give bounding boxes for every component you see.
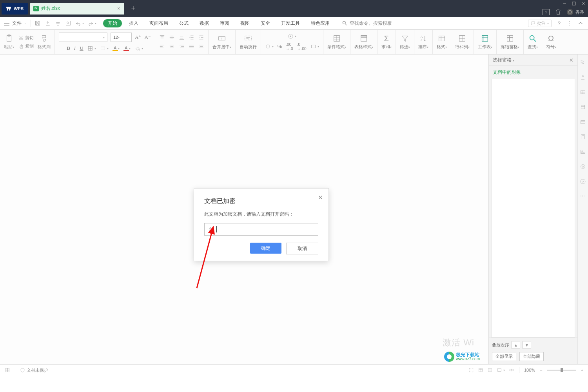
- font-color-icon[interactable]: A▾: [123, 45, 131, 51]
- notification-badge[interactable]: 1: [543, 9, 550, 15]
- fill-color-icon[interactable]: ▾: [134, 45, 143, 51]
- align-center-icon[interactable]: [169, 44, 175, 49]
- indent-decrease-icon[interactable]: [189, 34, 194, 40]
- object-list[interactable]: [491, 79, 575, 338]
- bold-icon[interactable]: B: [67, 45, 70, 51]
- zoom-value[interactable]: 100%: [524, 368, 535, 372]
- collapse-ribbon-icon[interactable]: [578, 20, 583, 26]
- undo-button[interactable]: ▾: [75, 20, 84, 26]
- read-mode-icon[interactable]: ▾: [497, 367, 505, 373]
- view-page-icon[interactable]: [487, 367, 493, 373]
- tab-security[interactable]: 安全: [257, 20, 274, 27]
- tab-developer[interactable]: 开发工具: [277, 20, 304, 27]
- rail-backup-icon[interactable]: [580, 134, 586, 140]
- wps-home-tab[interactable]: WPS: [2, 3, 28, 15]
- preview-icon[interactable]: [65, 20, 71, 26]
- protect-status[interactable]: 文档未保护: [20, 367, 48, 373]
- symbol-group[interactable]: Ω 符号▾: [542, 30, 560, 54]
- zoom-out-icon[interactable]: −: [540, 368, 542, 372]
- indent-increase-icon[interactable]: [198, 34, 204, 40]
- help-icon[interactable]: ?: [558, 20, 561, 26]
- highlight-icon[interactable]: A▾: [113, 45, 120, 51]
- show-all-button[interactable]: 全部显示: [492, 352, 516, 361]
- decimal-decrease-icon[interactable]: .0→.00: [297, 42, 307, 51]
- increase-font-icon[interactable]: A⁺: [135, 34, 141, 40]
- format-group[interactable]: 格式▾: [433, 30, 451, 54]
- tab-review[interactable]: 审阅: [216, 20, 233, 27]
- tab-layout[interactable]: 页面布局: [145, 20, 172, 27]
- tab-home[interactable]: 开始: [103, 19, 122, 27]
- ok-button[interactable]: 确定: [250, 243, 281, 254]
- export-icon[interactable]: [45, 20, 51, 26]
- menu-icon[interactable]: [4, 21, 9, 25]
- cancel-button[interactable]: 取消: [286, 243, 318, 254]
- tab-features[interactable]: 特色应用: [307, 20, 334, 27]
- decimal-increase-icon[interactable]: .00→.0: [286, 42, 293, 51]
- italic-icon[interactable]: I: [74, 45, 76, 51]
- document-tab[interactable]: 姓名.xlsx ×: [30, 3, 124, 15]
- format-painter-label[interactable]: 格式刷: [38, 44, 51, 50]
- save-icon[interactable]: [34, 20, 41, 26]
- find-group[interactable]: 查找▾: [524, 30, 542, 54]
- new-tab-button[interactable]: +: [131, 4, 136, 13]
- file-menu[interactable]: 文件⌄: [12, 20, 27, 27]
- rail-style-icon[interactable]: [580, 74, 586, 80]
- sum-group[interactable]: Σ 求和▾: [377, 30, 396, 54]
- password-input[interactable]: [204, 223, 318, 236]
- tab-formula[interactable]: 公式: [175, 20, 192, 27]
- percent-icon[interactable]: %: [278, 44, 282, 49]
- align-bottom-icon[interactable]: [179, 34, 185, 40]
- align-right-icon[interactable]: [179, 44, 185, 49]
- rail-settings-icon[interactable]: [580, 163, 586, 170]
- worksheet-group[interactable]: 工作表▾: [474, 30, 497, 54]
- close-tab-icon[interactable]: ×: [117, 5, 120, 11]
- zoom-in-icon[interactable]: +: [581, 368, 583, 372]
- minimize-icon[interactable]: [560, 0, 569, 7]
- underline-icon[interactable]: U: [80, 45, 83, 51]
- rail-select-icon[interactable]: [580, 59, 586, 65]
- rail-image-icon[interactable]: [580, 149, 586, 155]
- print-icon[interactable]: [55, 20, 61, 26]
- maximize-icon[interactable]: [569, 0, 579, 7]
- paste-icon[interactable]: [5, 34, 13, 43]
- eye-icon[interactable]: [509, 367, 514, 373]
- zoom-slider[interactable]: [547, 370, 576, 371]
- rail-property-icon[interactable]: [580, 104, 586, 110]
- user-account[interactable]: 香香: [567, 9, 584, 15]
- align-top-icon[interactable]: [159, 34, 165, 40]
- view-normal-icon[interactable]: [478, 367, 483, 373]
- paste-label[interactable]: 粘贴▾: [4, 44, 14, 50]
- redo-button[interactable]: ▾: [88, 20, 96, 26]
- align-left-icon[interactable]: [159, 44, 165, 49]
- send-backward-button[interactable]: ▼: [523, 341, 531, 349]
- distribute-icon[interactable]: [198, 44, 204, 49]
- rowscols-group[interactable]: 行和列▾: [451, 30, 474, 54]
- cond-format-group[interactable]: 条件格式▾: [323, 30, 350, 54]
- border-icon[interactable]: ▾: [87, 45, 96, 51]
- number-format-icon[interactable]: ▾: [310, 44, 319, 49]
- cut-button[interactable]: 剪切: [18, 35, 34, 41]
- currency-style-icon[interactable]: ▾: [265, 44, 274, 49]
- more-icon[interactable]: ⋮: [567, 20, 572, 26]
- rail-cell-icon[interactable]: [580, 89, 586, 95]
- skin-icon[interactable]: [555, 9, 561, 15]
- currency-icon[interactable]: ¥▾: [288, 33, 296, 39]
- rail-analysis-icon[interactable]: [580, 119, 586, 125]
- command-search[interactable]: 查找命令、搜索模板: [342, 20, 392, 27]
- annotate-button[interactable]: 批注▾: [528, 20, 552, 27]
- merge-group[interactable]: 合并居中▾: [209, 30, 236, 54]
- cell-style-icon[interactable]: ▾: [100, 45, 109, 51]
- decrease-font-icon[interactable]: A⁻: [144, 34, 151, 40]
- fullscreen-icon[interactable]: [468, 367, 474, 373]
- align-middle-icon[interactable]: [169, 34, 175, 40]
- filter-group[interactable]: 筛选▾: [396, 30, 414, 54]
- sort-group[interactable]: AZ 排序▾: [414, 30, 433, 54]
- tab-data[interactable]: 数据: [196, 20, 213, 27]
- close-window-icon[interactable]: [579, 0, 588, 7]
- format-painter-icon[interactable]: [40, 34, 49, 43]
- font-size-select[interactable]: 12▾: [111, 33, 132, 42]
- font-family-select[interactable]: ▾: [59, 33, 107, 42]
- dialog-close-icon[interactable]: ✕: [318, 194, 323, 201]
- tab-view[interactable]: 视图: [236, 20, 254, 27]
- rail-help-icon[interactable]: ?: [580, 178, 586, 185]
